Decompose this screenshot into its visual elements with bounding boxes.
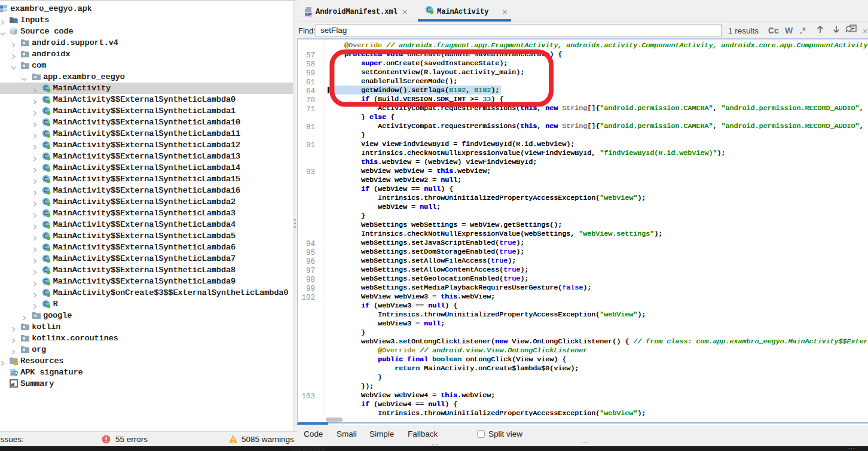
svg-text:MF: MF <box>305 12 312 17</box>
